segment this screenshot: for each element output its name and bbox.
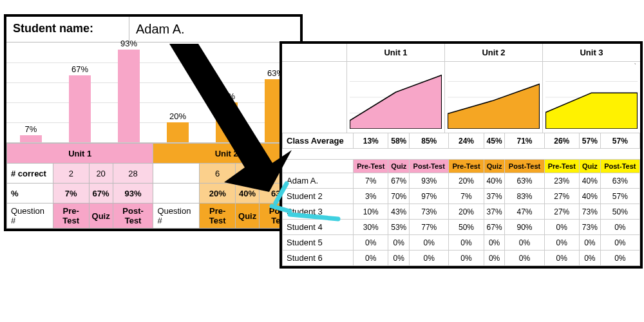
score-cell: 73%	[410, 204, 449, 220]
bar-unit2-0	[167, 122, 189, 142]
class-average-cell: 71%	[505, 133, 544, 149]
table-row: Student 310%43%73%20%37%47%27%73%50%	[283, 204, 640, 220]
score-cell: 40%	[579, 189, 600, 204]
percent-label: %	[7, 184, 53, 204]
col-header: Post-Test	[505, 160, 544, 173]
col-header: Pre-Test	[449, 160, 484, 173]
unit-header: Unit 1	[346, 44, 444, 61]
bar-unit1-0	[20, 135, 42, 142]
student-report-panel: Student name: Adam A. 7%67%93%20%40%63% …	[4, 14, 303, 231]
score-cell: 0%	[449, 235, 484, 251]
numcorrect-cell: 2	[53, 164, 89, 184]
score-cell: 0%	[544, 235, 579, 251]
question-label: Question #	[7, 204, 53, 229]
student-name-cell: Student 3	[283, 204, 354, 220]
bar-unit1-1	[69, 75, 91, 142]
score-cell: 70%	[388, 189, 410, 204]
score-cell: 77%	[410, 220, 449, 235]
unit-header: Unit 3	[542, 44, 640, 61]
col-header: Pre-Test	[53, 204, 89, 229]
col-header: Quiz	[89, 204, 113, 229]
sparkline-unit-1	[346, 62, 444, 133]
score-cell: 50%	[600, 204, 639, 220]
table-row: Adam A.7%67%93%20%40%63%23%40%63%	[283, 173, 640, 189]
bar-label: 7%	[18, 124, 44, 134]
table-row: Student 50%0%0%0%0%0%0%0%0%	[283, 235, 640, 251]
sparkline-unit-2	[444, 62, 542, 133]
student-name-cell: Student 5	[283, 235, 354, 251]
question-label: Question #	[153, 204, 200, 229]
tick-mark: `	[634, 63, 636, 70]
score-cell: 0%	[484, 235, 505, 251]
class-average-cell: 45%	[484, 133, 505, 149]
numcorrect-cell: 20	[89, 164, 113, 184]
col-header: Quiz	[388, 160, 410, 173]
score-cell: 83%	[505, 189, 544, 204]
score-cell: 37%	[484, 204, 505, 220]
student-bar-chart: 7%67%93%20%40%63%	[6, 43, 300, 143]
percent-cell: 20%	[200, 184, 236, 204]
class-average-cell: 26%	[544, 133, 579, 149]
class-average-cell: 85%	[410, 133, 449, 149]
col-header: Quiz	[579, 160, 600, 173]
table-row: Student 430%53%77%50%67%90%0%73%0%	[283, 220, 640, 235]
student-unit-table: Unit 1Unit 2# correct22028612%7%67%93%20…	[6, 143, 300, 229]
score-cell: 53%	[388, 220, 410, 235]
score-cell: 57%	[600, 189, 639, 204]
class-average-label: Class Average	[283, 133, 354, 149]
score-cell: 27%	[544, 189, 579, 204]
col-header: Quiz	[484, 160, 505, 173]
col-header: Pre-Test	[200, 204, 236, 229]
class-average-cell: 13%	[354, 133, 388, 149]
score-cell: 0%	[600, 251, 639, 266]
class-average-cell: 58%	[388, 133, 410, 149]
percent-cell: 40%	[236, 184, 260, 204]
numcorrect-cell: 6	[200, 164, 236, 184]
score-cell: 23%	[544, 173, 579, 189]
student-name-cell: Adam A.	[283, 173, 354, 189]
bar-label: 20%	[165, 111, 191, 121]
score-cell: 90%	[505, 220, 544, 235]
class-summary-panel: Unit 1Unit 2Unit 3 ` Class Average13%58%…	[279, 41, 643, 269]
score-cell: 43%	[388, 204, 410, 220]
percent-cell: 93%	[113, 184, 153, 204]
unit-header: Unit 1	[7, 144, 153, 164]
score-cell: 0%	[388, 251, 410, 266]
score-cell: 47%	[505, 204, 544, 220]
class-average-cell: 24%	[449, 133, 484, 149]
percent-label	[153, 184, 200, 204]
score-cell: 73%	[579, 220, 600, 235]
student-name-cell: Student 2	[283, 189, 354, 204]
score-cell: 93%	[410, 173, 449, 189]
col-header: Pre-Test	[354, 160, 388, 173]
score-cell: 73%	[579, 204, 600, 220]
class-detail-table: Class Average13%58%85%24%45%71%26%57%57%…	[282, 133, 640, 266]
score-cell: 40%	[579, 173, 600, 189]
score-cell: 0%	[600, 220, 639, 235]
score-cell: 37%	[484, 189, 505, 204]
score-cell: 3%	[354, 189, 388, 204]
score-cell: 97%	[410, 189, 449, 204]
bar-unit2-1	[216, 102, 238, 142]
score-cell: 0%	[449, 251, 484, 266]
table-row: Student 23%70%97%7%37%83%27%40%57%	[283, 189, 640, 204]
sparkline-unit-3: `	[542, 62, 640, 133]
score-cell: 63%	[600, 173, 639, 189]
score-cell: 0%	[579, 235, 600, 251]
score-cell: 67%	[388, 173, 410, 189]
score-cell: 0%	[354, 235, 388, 251]
score-cell: 0%	[410, 235, 449, 251]
col-header: Post-Test	[113, 204, 153, 229]
bar-unit1-2	[118, 50, 140, 142]
table-row: Student 60%0%0%0%0%0%0%0%0%	[283, 251, 640, 266]
bar-label: 67%	[67, 64, 93, 74]
percent-cell: 67%	[89, 184, 113, 204]
score-cell: 0%	[410, 251, 449, 266]
col-header: Post-Test	[410, 160, 449, 173]
bar-label: 40%	[214, 91, 240, 101]
student-name-label: Student name:	[6, 17, 129, 42]
percent-cell: 7%	[53, 184, 89, 204]
student-name-value: Adam A.	[129, 17, 300, 42]
score-cell: 0%	[579, 251, 600, 266]
class-average-cell: 57%	[579, 133, 600, 149]
